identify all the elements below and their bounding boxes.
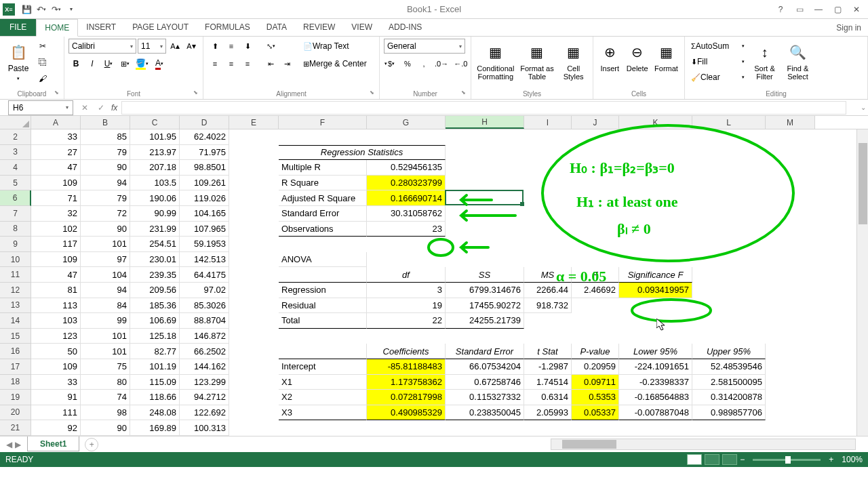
- cell-A4[interactable]: 47: [31, 160, 81, 176]
- cell-A14[interactable]: 103: [31, 313, 81, 329]
- zoom-in-button[interactable]: +: [829, 455, 833, 464]
- cell-H12[interactable]: 6799.314676: [446, 283, 524, 298]
- sign-in-link[interactable]: Sign in: [829, 20, 868, 36]
- tab-insert[interactable]: INSERT: [78, 18, 124, 36]
- cell-D6[interactable]: 119.026: [180, 190, 229, 206]
- cell-B2[interactable]: 85: [81, 129, 130, 145]
- cell-A10[interactable]: 109: [31, 252, 81, 268]
- cell-H11[interactable]: SS: [446, 267, 524, 283]
- tab-data[interactable]: DATA: [258, 18, 295, 36]
- name-box[interactable]: H6▾: [8, 100, 73, 115]
- cell-B19[interactable]: 74: [81, 390, 130, 405]
- cell-K12[interactable]: 0.093419957: [619, 283, 692, 298]
- find-select-button[interactable]: 🔍Find & Select: [783, 39, 813, 81]
- cell-H14[interactable]: 24255.21739: [446, 313, 524, 329]
- formula-bar[interactable]: [121, 101, 846, 115]
- cell-G13[interactable]: 19: [367, 298, 446, 314]
- cell-I17[interactable]: -1.2987: [524, 359, 572, 375]
- row-header-20[interactable]: 20: [0, 405, 31, 421]
- column-header-B[interactable]: B: [81, 116, 130, 129]
- cell-A18[interactable]: 33: [31, 375, 81, 390]
- cell-A20[interactable]: 111: [31, 405, 81, 421]
- cell-G4[interactable]: 0.529456135: [367, 160, 446, 176]
- cell-D7[interactable]: 104.165: [180, 206, 229, 222]
- save-button[interactable]: 💾: [19, 2, 34, 17]
- qat-customize[interactable]: ▾: [64, 2, 79, 17]
- cell-H13[interactable]: 17455.90272: [446, 298, 524, 314]
- cell-D11[interactable]: 64.4175: [180, 267, 229, 283]
- page-break-view-button[interactable]: [722, 454, 737, 465]
- cell-C16[interactable]: 82.77: [130, 344, 180, 359]
- cell-C7[interactable]: 90.99: [130, 206, 180, 222]
- cell-A17[interactable]: 109: [31, 359, 81, 375]
- cell-H16[interactable]: Standard Error: [446, 344, 524, 359]
- cell-B10[interactable]: 97: [81, 252, 130, 268]
- sort-filter-button[interactable]: ↕Sort & Filter: [749, 39, 780, 81]
- align-middle-button[interactable]: ≡: [224, 39, 239, 54]
- cell-D21[interactable]: 100.313: [180, 420, 229, 436]
- cell-F7[interactable]: Standard Error: [279, 206, 367, 222]
- cell-D13[interactable]: 85.3026: [180, 298, 229, 314]
- column-header-G[interactable]: G: [367, 116, 446, 129]
- cell-B9[interactable]: 101: [81, 237, 130, 252]
- worksheet-grid[interactable]: ABCDEFGHIJKLM 23456789101112131415161718…: [0, 116, 868, 436]
- orientation-button[interactable]: ⤡▾: [263, 39, 278, 54]
- cell-G5[interactable]: 0.280323799: [367, 176, 446, 191]
- cell-B18[interactable]: 80: [81, 375, 130, 390]
- cell-J18[interactable]: 0.09711: [572, 375, 619, 390]
- zoom-slider[interactable]: [753, 459, 821, 461]
- cell-D5[interactable]: 109.261: [180, 176, 229, 191]
- cell-J17[interactable]: 0.20959: [572, 359, 619, 375]
- cell-K18[interactable]: -0.23398337: [619, 375, 692, 390]
- horizontal-scrollbar[interactable]: [551, 439, 856, 450]
- fill-color-button[interactable]: 🪣▾: [134, 56, 151, 71]
- cell-C15[interactable]: 125.18: [130, 329, 180, 344]
- close-button[interactable]: ✕: [848, 3, 865, 16]
- cell-F5[interactable]: R Square: [279, 176, 367, 191]
- cell-F6[interactable]: Adjusted R Square: [279, 190, 367, 206]
- row-header-14[interactable]: 14: [0, 313, 31, 329]
- cell-B5[interactable]: 94: [81, 176, 130, 191]
- cell-B6[interactable]: 79: [81, 190, 130, 206]
- column-header-D[interactable]: D: [180, 116, 229, 129]
- cell-F13[interactable]: Residual: [279, 298, 367, 314]
- font-family-combo[interactable]: Calibri▾: [68, 39, 136, 54]
- format-cells-button[interactable]: ▦Format: [652, 39, 680, 73]
- cell-B7[interactable]: 72: [81, 206, 130, 222]
- cell-D16[interactable]: 66.2502: [180, 344, 229, 359]
- row-header-5[interactable]: 5: [0, 176, 31, 191]
- help-button[interactable]: ?: [772, 3, 789, 16]
- cell-F12[interactable]: Regression: [279, 283, 367, 298]
- number-launcher[interactable]: ⬊: [461, 89, 469, 98]
- cell-B8[interactable]: 90: [81, 222, 130, 237]
- cell-D20[interactable]: 122.692: [180, 405, 229, 421]
- cell-C10[interactable]: 230.01: [130, 252, 180, 268]
- tab-pagelayout[interactable]: PAGE LAYOUT: [124, 18, 197, 36]
- column-header-F[interactable]: F: [279, 116, 367, 129]
- font-size-combo[interactable]: 11▾: [138, 39, 166, 54]
- row-header-7[interactable]: 7: [0, 206, 31, 222]
- align-center-button[interactable]: ≡: [224, 56, 239, 71]
- cell-J12[interactable]: 2.46692: [572, 283, 619, 298]
- normal-view-button[interactable]: [687, 454, 702, 465]
- cell-H18[interactable]: 0.67258746: [446, 375, 524, 390]
- align-top-button[interactable]: ⬆: [208, 39, 222, 54]
- cell-F19[interactable]: X2: [279, 390, 367, 405]
- cell-G8[interactable]: 23: [367, 222, 446, 237]
- row-header-4[interactable]: 4: [0, 160, 31, 176]
- cell-G17[interactable]: -85.81188483: [367, 359, 446, 375]
- cell-G14[interactable]: 22: [367, 313, 446, 329]
- cell-C18[interactable]: 115.09: [130, 375, 180, 390]
- row-header-10[interactable]: 10: [0, 252, 31, 268]
- cell-D18[interactable]: 123.299: [180, 375, 229, 390]
- cell-D12[interactable]: 97.02: [180, 283, 229, 298]
- new-sheet-button[interactable]: +: [85, 438, 98, 451]
- cell-styles-button[interactable]: ▦Cell Styles: [558, 39, 589, 81]
- cell-I12[interactable]: 2266.44: [524, 283, 572, 298]
- select-all-corner[interactable]: [0, 116, 31, 129]
- paste-button[interactable]: 📋 Paste▾: [4, 39, 33, 81]
- cell-C17[interactable]: 101.19: [130, 359, 180, 375]
- cell-B20[interactable]: 98: [81, 405, 130, 421]
- row-header-9[interactable]: 9: [0, 237, 31, 252]
- cell-A11[interactable]: 47: [31, 267, 81, 283]
